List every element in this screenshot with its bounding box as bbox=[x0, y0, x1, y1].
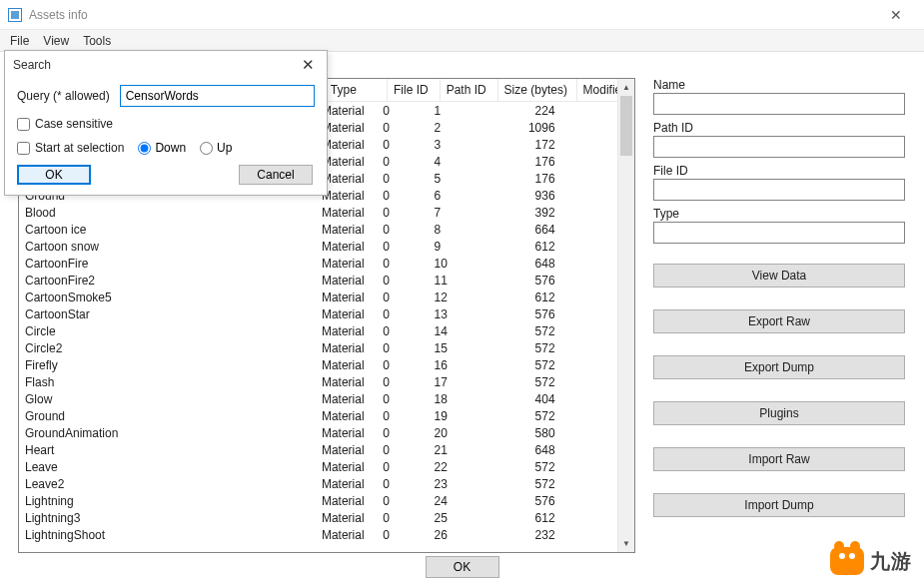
menu-file[interactable]: File bbox=[10, 34, 29, 48]
cell-type: Material bbox=[316, 272, 377, 289]
scroll-up-icon[interactable]: ▲ bbox=[618, 79, 634, 96]
table-row[interactable]: CartoonFire2Material011576 bbox=[19, 272, 617, 289]
export-raw-button[interactable]: Export Raw bbox=[653, 309, 905, 333]
cell-size: 176 bbox=[484, 170, 561, 187]
cell-name: CartoonFire bbox=[19, 255, 316, 272]
table-row[interactable]: GroundAnimationMaterial020580 bbox=[19, 424, 617, 441]
cell-name: Heart bbox=[19, 441, 316, 458]
cell-name: CartoonSmoke5 bbox=[19, 289, 316, 305]
cell-type: Material bbox=[316, 475, 377, 492]
import-raw-button[interactable]: Import Raw bbox=[653, 447, 905, 471]
table-row[interactable]: BloodMaterial07392 bbox=[19, 204, 617, 221]
cell-type: Material bbox=[316, 322, 377, 339]
view-data-button[interactable]: View Data bbox=[653, 264, 905, 288]
table-row[interactable]: HeartMaterial021648 bbox=[19, 441, 617, 458]
cell-fileid: 0 bbox=[377, 136, 428, 153]
name-field[interactable] bbox=[653, 93, 905, 115]
cell-size: 612 bbox=[484, 289, 561, 305]
table-row[interactable]: CartoonSmoke5Material012612 bbox=[19, 289, 617, 305]
scroll-thumb[interactable] bbox=[620, 96, 632, 156]
table-row[interactable]: CartoonStarMaterial013576 bbox=[19, 305, 617, 322]
table-row[interactable]: CircleMaterial014572 bbox=[19, 322, 617, 339]
menu-view[interactable]: View bbox=[43, 34, 69, 48]
table-row[interactable]: Cartoon iceMaterial08664 bbox=[19, 221, 617, 238]
cell-size: 1096 bbox=[484, 119, 561, 136]
table-row[interactable]: LeaveMaterial022572 bbox=[19, 458, 617, 475]
query-input[interactable] bbox=[120, 85, 315, 107]
cell-pathid: 26 bbox=[429, 526, 484, 543]
cell-modified bbox=[561, 390, 617, 407]
cell-pathid: 8 bbox=[429, 221, 484, 238]
cell-type: Material bbox=[316, 356, 377, 373]
titlebar: Assets info ✕ bbox=[0, 0, 924, 30]
table-row[interactable]: FireflyMaterial016572 bbox=[19, 356, 617, 373]
cell-size: 576 bbox=[484, 272, 561, 289]
pathid-field[interactable] bbox=[653, 136, 905, 158]
cell-name: Circle bbox=[19, 322, 316, 339]
cell-name: Ground bbox=[19, 407, 316, 424]
plugins-button[interactable]: Plugins bbox=[653, 401, 905, 425]
menu-tools[interactable]: Tools bbox=[83, 34, 111, 48]
table-row[interactable]: CartoonFireMaterial010648 bbox=[19, 255, 617, 272]
table-row[interactable]: GroundMaterial019572 bbox=[19, 407, 617, 424]
table-row[interactable]: Lightning3Material025612 bbox=[19, 509, 617, 526]
table-row[interactable]: LightningMaterial024576 bbox=[19, 492, 617, 509]
cell-pathid: 7 bbox=[429, 204, 484, 221]
cell-pathid: 23 bbox=[429, 475, 484, 492]
search-ok-button[interactable]: OK bbox=[17, 165, 91, 185]
type-field[interactable] bbox=[653, 222, 905, 244]
table-row[interactable]: Cartoon snowMaterial09612 bbox=[19, 238, 617, 255]
start-at-selection-label: Start at selection bbox=[35, 141, 124, 155]
main-ok-button[interactable]: OK bbox=[426, 556, 499, 578]
cell-type: Material bbox=[316, 289, 377, 305]
scroll-down-icon[interactable]: ▼ bbox=[618, 535, 634, 552]
down-radio[interactable] bbox=[138, 142, 151, 155]
start-at-selection-checkbox[interactable] bbox=[17, 142, 30, 155]
cell-modified bbox=[561, 272, 617, 289]
close-icon[interactable]: ✕ bbox=[876, 7, 916, 23]
details-panel: Name Path ID File ID Type View Data Expo… bbox=[653, 76, 905, 517]
col-pathid[interactable]: Path ID bbox=[440, 79, 497, 101]
dialog-close-icon[interactable]: ✕ bbox=[297, 56, 319, 74]
fileid-field[interactable] bbox=[653, 179, 905, 201]
cell-pathid: 18 bbox=[429, 390, 484, 407]
cell-size: 580 bbox=[484, 424, 561, 441]
cell-size: 612 bbox=[484, 238, 561, 255]
cell-type: Material bbox=[316, 509, 377, 526]
cell-modified bbox=[561, 305, 617, 322]
window-title: Assets info bbox=[29, 8, 876, 22]
cell-pathid: 17 bbox=[429, 373, 484, 390]
cell-name: GroundAnimation bbox=[19, 424, 316, 441]
cell-modified bbox=[561, 492, 617, 509]
cell-pathid: 16 bbox=[429, 356, 484, 373]
search-cancel-button[interactable]: Cancel bbox=[239, 165, 313, 185]
up-radio[interactable] bbox=[200, 142, 213, 155]
cell-fileid: 0 bbox=[377, 119, 428, 136]
case-sensitive-checkbox[interactable] bbox=[17, 118, 30, 131]
table-row[interactable]: Leave2Material023572 bbox=[19, 475, 617, 492]
table-row[interactable]: GlowMaterial018404 bbox=[19, 390, 617, 407]
cell-fileid: 0 bbox=[377, 272, 428, 289]
cell-modified bbox=[561, 221, 617, 238]
cell-modified bbox=[561, 322, 617, 339]
cell-size: 224 bbox=[484, 102, 561, 119]
cell-fileid: 0 bbox=[377, 475, 428, 492]
watermark: 九游 bbox=[830, 547, 912, 575]
col-type[interactable]: Type bbox=[324, 79, 387, 101]
export-dump-button[interactable]: Export Dump bbox=[653, 355, 905, 379]
cell-fileid: 0 bbox=[377, 305, 428, 322]
cell-fileid: 0 bbox=[377, 356, 428, 373]
cell-name: CartoonStar bbox=[19, 305, 316, 322]
cell-modified bbox=[561, 119, 617, 136]
cell-modified bbox=[561, 289, 617, 305]
table-row[interactable]: FlashMaterial017572 bbox=[19, 373, 617, 390]
table-row[interactable]: Circle2Material015572 bbox=[19, 339, 617, 356]
cell-pathid: 13 bbox=[429, 305, 484, 322]
cell-size: 576 bbox=[484, 492, 561, 509]
cell-name: Glow bbox=[19, 390, 316, 407]
col-fileid[interactable]: File ID bbox=[388, 79, 441, 101]
scrollbar[interactable]: ▲ ▼ bbox=[617, 79, 634, 552]
table-row[interactable]: LightningShootMaterial026232 bbox=[19, 526, 617, 543]
import-dump-button[interactable]: Import Dump bbox=[653, 493, 905, 517]
col-size[interactable]: Size (bytes) bbox=[497, 79, 576, 101]
